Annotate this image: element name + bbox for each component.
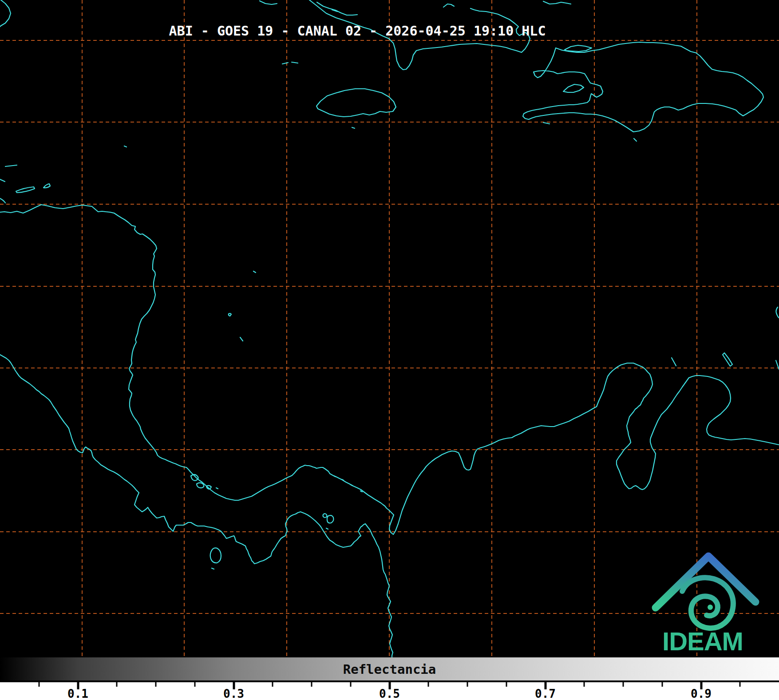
colorbar-tick-label: 0.1	[67, 688, 88, 700]
colorbar-gradient: Reflectancia	[0, 657, 779, 682]
colorbar-minor-tick	[38, 682, 40, 687]
colorbar-minor-tick	[739, 682, 741, 687]
coastline-tortuga-island	[565, 45, 592, 51]
coastline-cuba-fragment	[260, 1, 277, 4]
colorbar-minor-tick	[623, 682, 624, 687]
logo-mountain-icon	[656, 556, 755, 608]
coastline-providencia-san-andres	[229, 271, 256, 341]
colorbar-minor-tick	[272, 682, 273, 687]
coastlines	[0, 0, 779, 657]
colorbar-minor-tick	[661, 682, 663, 687]
coastline-cayman-islands	[282, 62, 298, 64]
coastline-hispaniola	[523, 42, 763, 132]
logo-spiral-eye-icon	[708, 605, 713, 610]
coastline-bay-islands	[16, 184, 50, 193]
coastline-pacific	[0, 355, 393, 657]
colorbar-axis: 0.10.30.50.70.9	[0, 682, 779, 700]
latlon-grid	[0, 0, 779, 657]
goes-satellite-image-viewer: IDEAM ABI - GOES 19 - CANAL 02 - 2026-04…	[0, 0, 779, 700]
coastline-cuba-west	[0, 0, 11, 27]
logo-spiral-icon	[682, 577, 733, 628]
colorbar-tick-label: 0.9	[691, 688, 712, 700]
coastline-coiba-island	[210, 548, 221, 569]
colorbar-tick-label: 0.7	[535, 688, 556, 700]
logo-text: IDEAM	[662, 627, 743, 656]
coastline-gonave-island	[563, 84, 584, 92]
colorbar-minor-tick	[584, 682, 585, 687]
colorbar-tick-label: 0.5	[379, 688, 400, 700]
coastline-bahamas-fragment	[543, 1, 571, 4]
colorbar-minor-tick	[311, 682, 312, 687]
coastline-leeward-antilles	[672, 307, 779, 369]
colorbar-minor-tick	[194, 682, 195, 687]
coastline-cuba-cays	[317, 2, 454, 15]
colorbar-minor-tick	[506, 682, 507, 687]
coastline-swan-islands	[0, 146, 127, 203]
colorbar: Reflectancia 0.10.30.50.70.9	[0, 657, 779, 700]
colorbar-minor-tick	[350, 682, 351, 687]
satellite-map: IDEAM	[0, 0, 779, 657]
colorbar-minor-tick	[467, 682, 468, 687]
image-title: ABI - GOES 19 - CANAL 02 - 2026-04-25 19…	[169, 23, 546, 39]
ideam-logo: IDEAM	[656, 556, 755, 656]
colorbar-minor-tick	[116, 682, 118, 687]
colorbar-minor-tick	[155, 682, 157, 687]
colorbar-label: Reflectancia	[343, 662, 436, 677]
colorbar-tick-label: 0.3	[223, 688, 244, 700]
coastline-pearl-islands	[323, 514, 334, 529]
colorbar-minor-tick	[428, 682, 429, 687]
